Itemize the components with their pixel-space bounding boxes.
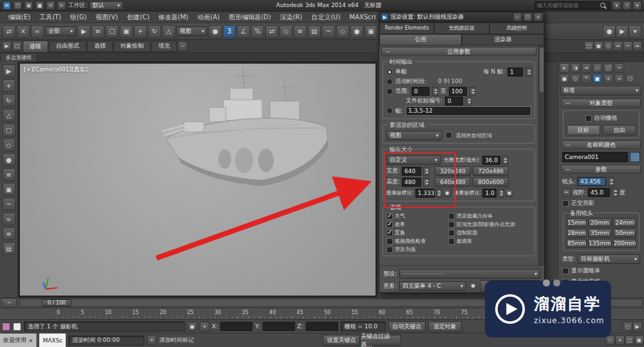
new-file-icon[interactable]: □: [14, 1, 22, 10]
lens-preset-button[interactable]: 24mm: [613, 218, 637, 227]
dialog-titlebar[interactable]: ▶ 渲染设置: 默认扫描线渲染器 − □ ×: [379, 12, 544, 23]
material-editor-icon[interactable]: ●: [350, 25, 363, 38]
y-coord-field[interactable]: [263, 322, 295, 331]
selected-object-dropdown[interactable]: 选定对象: [428, 321, 462, 332]
aperture-field[interactable]: 36.0: [482, 156, 500, 165]
image-aspect-field[interactable]: 1.333: [415, 189, 435, 198]
play-animation-icon[interactable]: ▶: [632, 322, 642, 332]
hierarchy-tab-icon[interactable]: ≡: [582, 63, 591, 73]
range-to-field[interactable]: 100: [449, 87, 467, 96]
left-toolbar-icon[interactable]: ≡: [3, 168, 15, 181]
tab-freeform[interactable]: 自由形式: [49, 41, 86, 52]
rollout-object-type[interactable]: 对象类型: [562, 98, 641, 108]
left-toolbar-icon[interactable]: ●: [3, 153, 15, 166]
layer-manager-icon[interactable]: ▤: [308, 25, 321, 38]
width-field[interactable]: 640: [402, 167, 421, 176]
rectangular-region-icon[interactable]: □: [106, 25, 118, 38]
close-icon[interactable]: ×: [28, 337, 33, 344]
rollout-parameters[interactable]: 参数: [562, 165, 641, 174]
ribbon-tool-icon[interactable]: ~: [623, 41, 632, 51]
reference-coordsys-dropdown[interactable]: 视图▾: [176, 26, 207, 36]
select-by-name-icon[interactable]: ≡: [91, 25, 104, 38]
ribbon-pin-icon[interactable]: ▶: [2, 41, 12, 51]
ribbon-tool-icon[interactable]: ▣: [594, 41, 603, 51]
fov-direction-icon[interactable]: ↔: [562, 189, 571, 197]
single-frame-radio[interactable]: [386, 69, 393, 75]
mini-curve-editor-icon[interactable]: ~: [1, 298, 17, 308]
size-preset-dropdown[interactable]: 自定义▾: [386, 155, 440, 165]
rollout-name-color[interactable]: 名称和颜色: [562, 140, 641, 149]
lens-preset-button[interactable]: 50mm: [613, 229, 637, 238]
camera-type-category-dropdown[interactable]: 标准▾: [560, 86, 641, 95]
tab-object-paint[interactable]: 对象绘制: [113, 41, 151, 52]
super-black-checkbox[interactable]: [448, 238, 455, 245]
maxscript-listener-icon[interactable]: [2, 323, 10, 331]
image-aspect-lock-icon[interactable]: ●: [443, 189, 451, 197]
menu-maxscript[interactable]: MAXScri: [345, 14, 381, 21]
left-toolbar-icon[interactable]: ▣: [3, 183, 15, 196]
menu-group[interactable]: 组(G): [66, 13, 91, 22]
size-320x240-button[interactable]: 320x240: [435, 166, 471, 176]
help-icon[interactable]: ?: [623, 1, 631, 10]
zoom-view-icon[interactable]: +: [615, 335, 625, 345]
image-aspect-spinner[interactable]: [436, 189, 442, 198]
camera-type-dropdown[interactable]: 目标摄影机▾: [578, 254, 640, 264]
use-pivot-center-icon[interactable]: ●: [209, 25, 222, 38]
tab-raytracer[interactable]: 光线跟踪器: [434, 23, 489, 34]
info-dropdown-icon[interactable]: ▾: [633, 1, 641, 10]
zoom-extents-icon[interactable]: □: [625, 335, 634, 345]
render-last-icon[interactable]: ▶: [616, 25, 629, 38]
frames-radio[interactable]: [386, 108, 393, 114]
search-icon[interactable]: [600, 3, 607, 9]
dialog-minimize-icon[interactable]: −: [513, 13, 522, 21]
display-tab-icon[interactable]: □: [603, 63, 613, 73]
workspace-selector[interactable]: 工作区: 默认▾: [68, 1, 123, 10]
ribbon-tool-icon[interactable]: ◇: [603, 41, 613, 51]
size-640x480-button[interactable]: 640x480: [435, 177, 471, 187]
ship-model[interactable]: [147, 64, 341, 191]
systems-category-icon[interactable]: ○: [625, 74, 635, 84]
subtab-polygon-modeling[interactable]: 多边形建模: [0, 53, 37, 62]
object-name-field[interactable]: Camera001: [562, 152, 628, 162]
left-toolbar-icon[interactable]: ▶: [3, 64, 15, 77]
fov-spinner[interactable]: [612, 188, 618, 197]
undo-icon[interactable]: ↺: [46, 1, 55, 10]
schematic-view-icon[interactable]: ◇: [336, 25, 349, 38]
spinner-snap-icon[interactable]: ⇄: [265, 25, 278, 38]
select-move-icon[interactable]: +: [134, 25, 147, 38]
range-to-spinner[interactable]: [469, 87, 475, 96]
ribbon-tool-icon[interactable]: □: [584, 41, 594, 51]
left-toolbar-icon[interactable]: ≡: [3, 227, 15, 240]
left-toolbar-icon[interactable]: ~: [3, 198, 15, 211]
viewport-select-dropdown[interactable]: 四元菜单 4 - C▾: [399, 281, 466, 291]
ribbon-minimize-icon[interactable]: −: [178, 41, 187, 51]
tab-selection[interactable]: 选择: [87, 41, 113, 52]
selection-lock-icon[interactable]: ●: [187, 322, 197, 332]
lens-value-field[interactable]: 43.456: [578, 177, 606, 186]
time-slider-handle[interactable]: 0 / 100: [42, 299, 71, 306]
tab-render-elements[interactable]: Render Elements: [379, 23, 434, 34]
autogrid-checkbox[interactable]: [585, 115, 592, 122]
percent-snap-icon[interactable]: %: [251, 25, 264, 38]
viewport[interactable]: [+][Camera001][真实]: [18, 62, 377, 297]
rollout-common-parameters[interactable]: 公用参数: [381, 47, 536, 56]
tab-modeling[interactable]: 建模: [23, 41, 48, 52]
lens-preset-button[interactable]: 135mm: [588, 239, 612, 248]
open-file-icon[interactable]: ▣: [24, 1, 33, 10]
dialog-maximize-icon[interactable]: □: [524, 13, 532, 21]
modify-tab-icon[interactable]: ◑: [571, 63, 580, 73]
left-toolbar-icon[interactable]: □: [3, 124, 15, 136]
lights-category-icon[interactable]: *: [582, 74, 591, 84]
window-crossing-icon[interactable]: ▣: [120, 25, 133, 38]
left-toolbar-icon[interactable]: ≈: [3, 212, 15, 225]
video-color-check-checkbox[interactable]: [386, 238, 393, 245]
object-color-swatch[interactable]: [630, 152, 640, 162]
height-spinner[interactable]: [423, 178, 429, 187]
left-toolbar-icon[interactable]: +: [3, 79, 15, 92]
curve-editor-icon[interactable]: ~: [322, 25, 335, 38]
unlink-selection-icon[interactable]: ×: [17, 25, 30, 38]
z-coord-field[interactable]: [306, 322, 338, 331]
size-720x486-button[interactable]: 720x486: [473, 166, 509, 176]
tab-advanced-lighting[interactable]: 高级照明: [489, 23, 544, 34]
lens-preset-button[interactable]: 35mm: [588, 229, 612, 238]
